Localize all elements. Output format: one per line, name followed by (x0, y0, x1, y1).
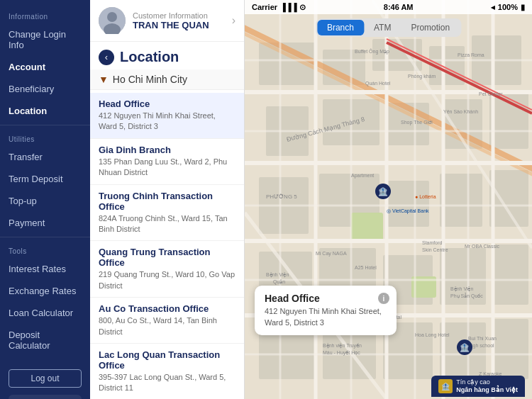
svg-text:Bệnh Viện: Bệnh Viện (450, 286, 473, 292)
info-icon[interactable]: i (378, 293, 389, 304)
branch-address-5: 395-397 Lac Long Quan St., Ward 5, Distr… (99, 372, 235, 394)
location-icon: ◂ (491, 3, 495, 12)
svg-text:● Lotteria: ● Lotteria (415, 194, 436, 199)
svg-text:Pizza Roma: Pizza Roma (458, 52, 484, 57)
branch-item-2[interactable]: Truong Chinh Transaction Office 824A Tru… (90, 185, 244, 242)
svg-text:Skin Centre: Skin Centre (422, 247, 448, 252)
svg-rect-28 (493, 319, 528, 379)
svg-rect-18 (489, 170, 528, 227)
branch-name-5: Lac Long Quan Transaction Office (99, 349, 235, 371)
popup-address: 412 Nguyen Thi Minh Khai Street, Ward 5,… (265, 306, 387, 328)
svg-text:Buffet Ông Mập: Buffet Ông Mập (355, 48, 389, 55)
city-selector[interactable]: ▼ Ho Chi Minh City (90, 69, 244, 90)
svg-text:Quận: Quận (273, 279, 285, 285)
map-tabs: Branch ATM Promotion (316, 18, 461, 37)
svg-rect-23 (493, 245, 528, 305)
sidebar-item-term-deposit[interactable]: Term Deposit (0, 168, 90, 190)
location-back-button[interactable]: ‹ (99, 50, 114, 65)
svg-text:Bui Thi Xuan: Bui Thi Xuan (468, 336, 497, 341)
carrier-label: Carrier (252, 3, 277, 11)
bank-logo-bottom: 🏦 Tín cậy cao Ngân hàng Bản Việt (431, 376, 525, 397)
tab-atm[interactable]: ATM (364, 20, 401, 35)
svg-text:Pet Center: Pet Center (479, 91, 503, 96)
branch-name-3: Quang Trung Transaction Office (99, 247, 235, 268)
branch-list: Head Office 412 Nguyen Thi Minh Khai Str… (90, 90, 244, 399)
location-header: ‹ Location (90, 42, 244, 69)
tab-branch[interactable]: Branch (317, 20, 364, 35)
sidebar-footer: Log out 🏦 Tín cậy cao Ngân hàng Bản Việt (0, 362, 90, 399)
sidebar-item-interest-rates[interactable]: Interest Rates (0, 258, 90, 280)
sidebar-section-utilities: Utilities (0, 128, 90, 146)
wifi-icon: ⊙ (299, 3, 306, 12)
svg-text:Phòng khám: Phòng khám (408, 74, 436, 79)
logout-button[interactable]: Log out (9, 369, 82, 388)
branch-item-3[interactable]: Quang Trung Transaction Office 219 Quang… (90, 241, 244, 298)
sidebar-item-transfer[interactable]: Transfer (0, 146, 90, 168)
branch-item-1[interactable]: Gia Dinh Branch 135 Phan Dang Luu St., W… (90, 139, 244, 185)
time-label: 8:46 AM (384, 3, 414, 11)
svg-text:◎ VietCapital Bank: ◎ VietCapital Bank (387, 208, 429, 214)
branch-address-0: 412 Nguyen Thi Minh Khai Street, Ward 5,… (99, 111, 235, 133)
sidebar-item-change-login-info[interactable]: Change Login Info (0, 23, 90, 56)
sidebar-item-deposit-calculator[interactable]: Deposit Calculator (0, 324, 90, 356)
branch-address-2: 824A Truong Chinh St., Ward 15, Tan Binh… (99, 213, 235, 235)
chevron-right-icon[interactable]: › (232, 14, 235, 27)
svg-text:Máu - Huyết Học: Máu - Huyết Học (323, 350, 360, 356)
branch-name-2: Truong Chinh Transaction Office (99, 191, 235, 212)
svg-rect-16 (387, 181, 429, 227)
popup-title: Head Office (265, 293, 387, 304)
middle-panel: Customer Information TRAN THE QUAN › ‹ L… (90, 0, 245, 399)
bank-logo-icon: 🏦 (438, 379, 453, 393)
branch-address-3: 219 Quang Trung St., Ward 10, Go Vap Dis… (99, 269, 235, 291)
sidebar-section-tools: Tools (0, 240, 90, 258)
location-title: Location (120, 49, 179, 65)
customer-info-title: Customer Information (133, 11, 232, 20)
sidebar: Information Change Login Info Account Be… (0, 0, 90, 399)
city-dropdown-icon: ▼ (99, 74, 109, 85)
avatar-icon (99, 7, 126, 34)
svg-text:Bệnh Viện: Bệnh Viện (266, 272, 289, 278)
svg-text:Phụ Sản Quốc: Phụ Sản Quốc (450, 293, 483, 299)
avatar (99, 7, 126, 34)
branch-address-1: 135 Phan Dang Luu St., Ward 2, Phu Nhuan… (99, 157, 235, 179)
map-svg: Đường Cách Mạng Tháng 8 PHƯỜNG 5 Buffet … (245, 0, 532, 399)
svg-text:PHƯỜNG 5: PHƯỜNG 5 (266, 193, 297, 200)
svg-text:Mi Cay NAGA: Mi Cay NAGA (316, 251, 347, 257)
tab-promotion[interactable]: Promotion (401, 20, 460, 35)
battery-icon: ▮ (521, 3, 525, 12)
branch-item-0[interactable]: Head Office 412 Nguyen Thi Minh Khai Str… (90, 93, 244, 139)
sidebar-item-top-up[interactable]: Top-up (0, 190, 90, 212)
sidebar-item-payment[interactable]: Payment (0, 212, 90, 234)
map-popup: Head Office 412 Nguyen Thi Minh Khai Str… (255, 286, 397, 335)
branch-address-4: 800, Au Co St., Ward 14, Tan Binh Distri… (99, 315, 235, 337)
map-panel: Carrier ▐▐▐ ⊙ 8:46 AM ◂ 100% ▮ Branch AT… (245, 0, 532, 399)
svg-text:Apartment: Apartment (351, 173, 374, 179)
bottom-bar: 🏦 Tín cậy cao Ngân hàng Bản Việt (245, 373, 532, 399)
branch-name-4: Au Co Transaction Office (99, 303, 235, 314)
svg-text:Mr OBA Classic: Mr OBA Classic (465, 244, 500, 249)
svg-text:Bệnh viện Truyền: Bệnh viện Truyền (323, 343, 362, 349)
sidebar-item-location[interactable]: Location (0, 100, 90, 122)
city-name: Ho Chi Minh City (113, 74, 187, 85)
branch-item-5[interactable]: Lac Long Quan Transaction Office 395-397… (90, 344, 244, 399)
sidebar-item-exchange-rates[interactable]: Exchange Rates (0, 280, 90, 302)
sidebar-item-account[interactable]: Account (0, 56, 90, 78)
svg-point-1 (107, 12, 117, 22)
sidebar-item-loan-calculator[interactable]: Loan Calculator (0, 302, 90, 324)
battery-label: 100% (498, 3, 518, 11)
svg-text:Hoa Long Hotel: Hoa Long Hotel (415, 332, 450, 338)
branch-name-0: Head Office (99, 99, 235, 109)
svg-text:Shop The Giới: Shop The Giới (401, 120, 433, 125)
sidebar-bank-logo: 🏦 Tín cậy cao Ngân hàng Bản Việt (9, 395, 82, 399)
sidebar-item-beneficiary[interactable]: Beneficiary (0, 78, 90, 100)
customer-info-name: TRAN THE QUAN (133, 20, 232, 30)
branch-item-4[interactable]: Au Co Transaction Office 800, Au Co St.,… (90, 298, 244, 344)
branch-name-1: Gia Dinh Branch (99, 145, 235, 155)
bank-logo-line1: Tín cậy cao (456, 378, 518, 386)
status-bar: Carrier ▐▐▐ ⊙ 8:46 AM ◂ 100% ▮ (245, 0, 532, 14)
customer-header: Customer Information TRAN THE QUAN › (90, 0, 244, 42)
svg-text:🏦: 🏦 (378, 186, 388, 196)
svg-text:Stamford: Stamford (422, 240, 443, 245)
signal-icon: ▐▐▐ (280, 3, 297, 11)
svg-text:🏦: 🏦 (460, 342, 470, 352)
